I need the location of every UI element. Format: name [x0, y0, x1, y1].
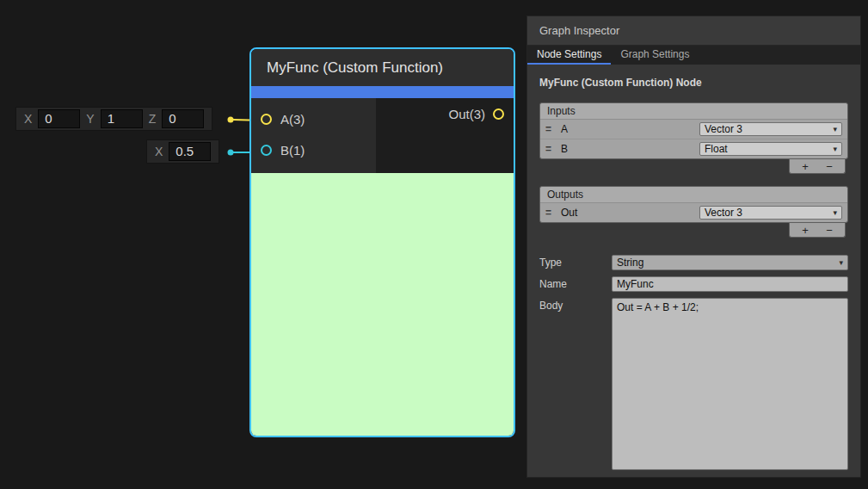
output-type-dropdown[interactable]: Vector 3 ▾ — [699, 206, 842, 220]
dropdown-value: Vector 3 — [705, 123, 742, 135]
axis-label-z: Z — [149, 112, 157, 126]
drag-handle-icon[interactable]: = — [545, 143, 556, 155]
port-label-a: A(3) — [280, 112, 305, 127]
node-settings-heading: MyFunc (Custom Function) Node — [539, 77, 848, 89]
list-item[interactable]: = A Vector 3 ▾ — [540, 120, 847, 139]
inspector-title: Graph Inspector — [539, 24, 619, 37]
node-header[interactable]: MyFunc (Custom Function) — [251, 49, 514, 86]
tab-node-settings[interactable]: Node Settings — [527, 46, 611, 65]
axis-label-x: X — [155, 145, 163, 158]
input-port-a[interactable]: A(3) — [251, 103, 376, 134]
float-widget-output-port[interactable] — [228, 150, 234, 156]
add-output-button[interactable]: + — [797, 225, 814, 236]
remove-output-button[interactable]: − — [821, 225, 838, 236]
dropdown-arrow-icon: ▾ — [833, 145, 837, 153]
dropdown-arrow-icon: ▾ — [833, 125, 837, 133]
node-selection-bar — [251, 86, 514, 98]
output-ports: Out(3) — [376, 98, 514, 173]
outputs-list-footer: + − — [789, 223, 846, 238]
port-circle-vector-icon[interactable] — [261, 114, 272, 125]
vector3-x-field[interactable]: 0 — [38, 109, 80, 128]
port-circle-float-icon[interactable] — [261, 145, 272, 156]
port-label-out: Out(3) — [448, 107, 485, 121]
list-item[interactable]: = Out Vector 3 ▾ — [540, 203, 847, 222]
vector3-z-field[interactable]: 0 — [162, 109, 204, 128]
axis-label-x: X — [24, 112, 32, 126]
inputs-list: Inputs = A Vector 3 ▾ = B Float ▾ — [539, 102, 848, 159]
remove-input-button[interactable]: − — [821, 161, 838, 172]
dropdown-arrow-icon: ▾ — [833, 208, 837, 217]
type-dropdown[interactable]: String ▾ — [612, 255, 848, 270]
dropdown-value: Float — [705, 143, 728, 155]
input-type-dropdown[interactable]: Float ▾ — [699, 142, 842, 156]
body-field[interactable]: Out = A + B + 1/2; — [612, 298, 848, 470]
input-port-b[interactable]: B(1) — [251, 134, 376, 165]
dropdown-arrow-icon: ▾ — [839, 258, 843, 267]
body-label: Body — [539, 298, 612, 470]
list-item[interactable]: = B Float ▾ — [540, 139, 847, 158]
graph-inspector-panel: Graph Inspector Node Settings Graph Sett… — [526, 15, 861, 478]
dropdown-value: String — [617, 257, 643, 269]
type-label: Type — [539, 255, 612, 270]
name-field[interactable] — [612, 276, 848, 292]
add-input-button[interactable]: + — [797, 161, 814, 172]
output-port-out[interactable]: Out(3) — [448, 98, 514, 129]
drag-handle-icon[interactable]: = — [545, 207, 556, 219]
float-x-field[interactable]: 0.5 — [169, 142, 211, 161]
node-title: MyFunc (Custom Function) — [267, 59, 443, 77]
custom-function-node[interactable]: MyFunc (Custom Function) A(3) B(1) Out(3… — [249, 47, 515, 437]
tab-graph-settings[interactable]: Graph Settings — [611, 46, 699, 65]
port-label-b: B(1) — [280, 143, 305, 158]
inspector-header[interactable]: Graph Inspector — [527, 16, 860, 46]
node-preview — [251, 173, 514, 436]
vector3-widget-output-port[interactable] — [228, 117, 234, 123]
output-name: Out — [561, 207, 694, 219]
dropdown-value: Vector 3 — [705, 207, 742, 219]
name-label: Name — [539, 276, 612, 292]
node-port-area: A(3) B(1) Out(3) — [251, 98, 514, 173]
input-type-dropdown[interactable]: Vector 3 ▾ — [699, 122, 842, 136]
input-name: A — [561, 123, 694, 135]
inputs-list-title: Inputs — [540, 103, 847, 120]
inspector-body: MyFunc (Custom Function) Node Inputs = A… — [527, 65, 860, 477]
outputs-list-title: Outputs — [540, 187, 847, 203]
input-name: B — [561, 143, 694, 155]
drag-handle-icon[interactable]: = — [545, 123, 556, 135]
axis-label-y: Y — [86, 112, 94, 126]
vector3-input-widget[interactable]: X 0 Y 1 Z 0 — [15, 107, 212, 131]
input-ports: A(3) B(1) — [251, 98, 376, 173]
inputs-list-footer: + − — [789, 159, 846, 174]
float-input-widget[interactable]: X 0.5 — [146, 139, 219, 164]
port-circle-vector-icon[interactable] — [493, 108, 504, 120]
outputs-list: Outputs = Out Vector 3 ▾ — [539, 186, 848, 223]
inspector-tabs: Node Settings Graph Settings — [527, 46, 860, 65]
vector3-y-field[interactable]: 1 — [101, 109, 143, 128]
